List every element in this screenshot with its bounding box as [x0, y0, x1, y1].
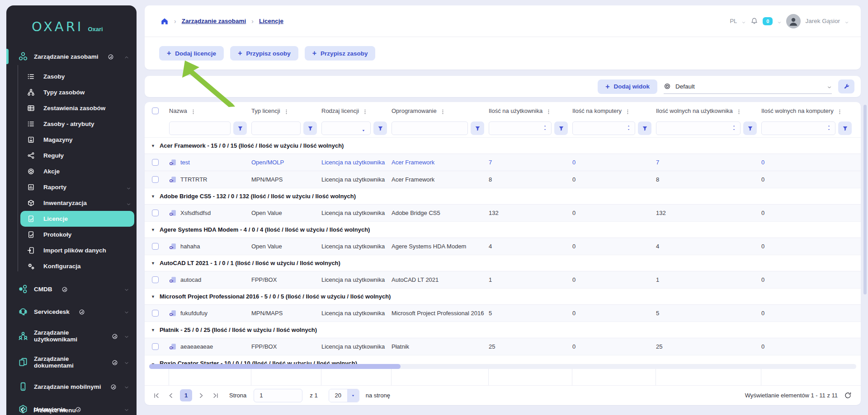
- group-header[interactable]: ▼Acer Framework - 15 / 0 / 15 (Ilość / I…: [145, 137, 861, 154]
- sidebar-item-zarzadzanie-dokumentami[interactable]: Zarządzanie dokumentami: [6, 349, 137, 375]
- table-row[interactable]: TTRTRTRMPN/MAPSLicencja na użytkownikaAc…: [145, 171, 861, 188]
- sidebar-item-zestawienia-zasobow[interactable]: Zestawienia zasobów: [6, 100, 137, 116]
- first-page-button[interactable]: [151, 390, 162, 401]
- next-page-button[interactable]: [196, 390, 207, 401]
- add-view-button[interactable]: +Dodaj widok: [598, 79, 657, 94]
- group-header[interactable]: ▼AutoCAD LT 2021 - 1 / 0 / 1 (Ilość / Il…: [145, 255, 861, 271]
- number-spinner[interactable]: [732, 125, 736, 132]
- license-name-cell[interactable]: fukufdufuy: [169, 309, 251, 317]
- sidebar-item-cmdb[interactable]: CMDB: [6, 278, 137, 300]
- last-page-button[interactable]: [210, 390, 221, 401]
- sidebar-item-reguly[interactable]: Reguły: [6, 148, 137, 163]
- page-input[interactable]: 1: [254, 389, 302, 402]
- table-row[interactable]: testOpen/MOLPLicencja na użytkownikaAcer…: [145, 154, 861, 171]
- breadcrumb-link-zarzadzanie-zasobami[interactable]: Zarządzanie zasobami: [182, 18, 246, 24]
- horizontal-scrollbar[interactable]: [149, 364, 856, 369]
- user-name[interactable]: Jarek Gąsior: [805, 18, 840, 24]
- filter-input-ilosc-wolnych-na-uzytkownika[interactable]: [656, 121, 741, 135]
- collapse-arrow-icon[interactable]: ▼: [151, 294, 155, 299]
- row-checkbox[interactable]: [152, 243, 159, 250]
- sidebar-item-protokoly[interactable]: Protokoły: [6, 227, 137, 242]
- previous-page-button[interactable]: [165, 390, 176, 401]
- column-menu-icon[interactable]: [440, 108, 446, 114]
- filter-button[interactable]: [838, 121, 852, 135]
- row-checkbox[interactable]: [152, 276, 159, 283]
- sidebar-item-licencje[interactable]: Licencje: [20, 211, 134, 227]
- refresh-icon[interactable]: [844, 392, 852, 399]
- table-row[interactable]: fukufdufuyMPN/MAPSLicencja na użytkownik…: [145, 304, 861, 322]
- avatar[interactable]: [786, 14, 801, 28]
- horizontal-scrollbar-thumb[interactable]: [149, 364, 401, 369]
- table-row[interactable]: hahahaOpen ValueLicencja na użytkownikaA…: [145, 238, 861, 255]
- row-checkbox[interactable]: [152, 176, 159, 183]
- license-name-cell[interactable]: hahaha: [169, 242, 251, 250]
- home-icon[interactable]: [160, 17, 169, 25]
- assign-people-button[interactable]: +Przypisz osoby: [230, 46, 298, 61]
- collapse-arrow-icon[interactable]: ▼: [151, 194, 155, 199]
- sidebar-item-konfiguracja[interactable]: Konfiguracja: [6, 258, 137, 274]
- column-menu-icon[interactable]: [283, 108, 289, 114]
- select-all-checkbox[interactable]: [152, 107, 159, 114]
- number-spinner[interactable]: [543, 125, 547, 132]
- chevron-down-icon[interactable]: [844, 19, 849, 23]
- filter-button[interactable]: [233, 121, 247, 135]
- column-menu-icon[interactable]: [625, 108, 631, 114]
- sidebar-item-raporty[interactable]: Raporty: [6, 179, 137, 195]
- sidebar-item-zarzadzanie-uzytkownikami[interactable]: Zarządzanie użytkownikami: [6, 323, 137, 349]
- sidebar-item-zasoby-atrybuty[interactable]: Zasoby - atrybuty: [6, 116, 137, 132]
- group-header[interactable]: ▼Adobe Bridge CS5 - 132 / 0 / 132 (Ilość…: [145, 188, 861, 204]
- view-settings-button[interactable]: [838, 79, 854, 93]
- sidebar-item-magazyny[interactable]: Magazyny: [6, 132, 137, 148]
- sidebar-item-akcje[interactable]: Akcje: [6, 163, 137, 179]
- sidebar-toggle-menu[interactable]: Przełącz menu: [6, 401, 137, 415]
- filter-input-rodzaj-licencji[interactable]: [321, 121, 371, 135]
- license-name-cell[interactable]: aeaeaeaeae: [169, 343, 251, 350]
- license-name-cell[interactable]: test: [169, 159, 251, 166]
- row-checkbox[interactable]: [152, 159, 159, 166]
- filter-button[interactable]: [638, 121, 651, 135]
- bell-icon[interactable]: [750, 17, 758, 25]
- filter-button[interactable]: [554, 121, 568, 135]
- group-header[interactable]: ▼Microsoft Project Professional 2016 - 5…: [145, 288, 861, 304]
- filter-input-ilosc-na-uzytkownika[interactable]: [489, 121, 552, 135]
- sidebar-item-typy-zasobow[interactable]: Typy zasobów: [6, 84, 137, 100]
- sidebar-item-inwentaryzacja[interactable]: Inwentaryzacja: [6, 195, 137, 211]
- collapse-arrow-icon[interactable]: ▼: [151, 228, 155, 232]
- group-header-truncated[interactable]: ▼ Roxio Creator Starter - 10 / 0 / 10 (I…: [145, 355, 861, 364]
- sidebar-item-zarzadzanie-zasobami[interactable]: Zarządzanie zasobami: [6, 45, 137, 68]
- filter-button[interactable]: [743, 121, 757, 135]
- filter-input-oprogramowanie[interactable]: [392, 121, 468, 135]
- page-number-button[interactable]: 1: [180, 389, 192, 401]
- row-checkbox[interactable]: [152, 343, 159, 350]
- row-checkbox[interactable]: [152, 310, 159, 317]
- vertical-scrollbar-thumb[interactable]: [863, 105, 867, 294]
- sidebar-item-servicedesk[interactable]: Servicedesk: [6, 300, 137, 323]
- column-menu-icon[interactable]: [362, 108, 368, 114]
- assign-assets-button[interactable]: +Przypisz zasoby: [305, 46, 376, 61]
- table-row[interactable]: XsfsdfsdfsdOpen ValueLicencja na użytkow…: [145, 204, 861, 221]
- group-header[interactable]: ▼Agere Systems HDA Modem - 4 / 0 / 4 (Il…: [145, 221, 861, 238]
- per-page-select[interactable]: 20: [329, 389, 359, 402]
- add-license-button[interactable]: +Dodaj licencje: [159, 46, 224, 61]
- collapse-arrow-icon[interactable]: ▼: [151, 144, 155, 148]
- number-spinner[interactable]: [627, 125, 631, 132]
- number-spinner[interactable]: [827, 125, 831, 132]
- filter-button[interactable]: [373, 121, 387, 135]
- sidebar-item-zasoby[interactable]: Zasoby: [6, 69, 137, 84]
- column-menu-icon[interactable]: [736, 108, 742, 114]
- license-name-cell[interactable]: autocad: [169, 276, 251, 284]
- chevron-down-icon[interactable]: [777, 19, 782, 23]
- sidebar-item-import-plikow-danych[interactable]: Import plików danych: [6, 242, 137, 258]
- collapse-arrow-icon[interactable]: ▼: [151, 328, 155, 332]
- language-selector[interactable]: PL: [730, 18, 737, 24]
- row-checkbox[interactable]: [152, 210, 159, 216]
- license-name-cell[interactable]: TTRTRTR: [169, 176, 251, 183]
- column-menu-icon[interactable]: [546, 108, 552, 114]
- view-selector[interactable]: Default: [664, 79, 832, 94]
- filter-input-ilosc-wolnych-na-komputery[interactable]: [761, 121, 835, 135]
- notification-badge[interactable]: 0: [763, 17, 773, 25]
- filter-input-ilosc-na-komputery[interactable]: [572, 121, 635, 135]
- group-header[interactable]: ▼Płatnik - 25 / 0 / 25 (Ilość / Ilość w …: [145, 322, 861, 338]
- table-row[interactable]: aeaeaeaeaeFPP/BOXLicencja na użytkownika…: [145, 338, 861, 355]
- license-name-cell[interactable]: Xsfsdfsdfsd: [169, 209, 251, 217]
